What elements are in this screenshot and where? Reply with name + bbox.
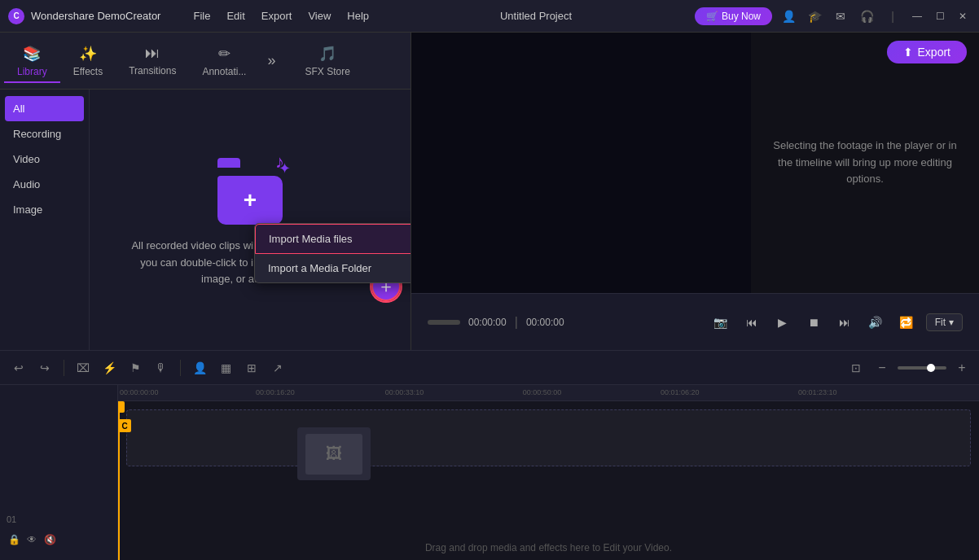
mail-icon[interactable]: ✉ xyxy=(831,7,850,26)
mic-button[interactable]: 🎙 xyxy=(151,357,172,378)
sidebar-item-image[interactable]: Image xyxy=(0,197,89,222)
zoom-in-button[interactable]: + xyxy=(953,359,971,377)
timeline-section: ↩ ↪ ⌧ ⚡ ⚑ 🎙 👤 ▦ ⊞ ↗ ⊡ − + xyxy=(0,350,979,560)
track-lock-icon[interactable]: 🔒 xyxy=(7,532,21,547)
tab-transitions[interactable]: ⏭ Transitions xyxy=(116,40,189,81)
account-icon[interactable]: 👤 xyxy=(779,7,798,26)
preview-controls: 00:00:00 | 00:00:00 📷 ⏮ ▶ ⏹ ⏭ 🔊 🔁 Fit ▾ xyxy=(411,293,979,350)
menu-edit[interactable]: Edit xyxy=(218,7,252,25)
close-button[interactable]: ✕ xyxy=(955,8,971,24)
tab-effects[interactable]: ✨ Effects xyxy=(60,40,116,82)
menu-help[interactable]: Help xyxy=(339,7,377,25)
tab-annotations[interactable]: ✏ Annotati... xyxy=(189,40,259,82)
panel-content: All Recording Video Audio Image ♪ ✦ All … xyxy=(0,90,410,350)
time-total: 00:00:00 xyxy=(526,317,564,328)
redo-button[interactable]: ↪ xyxy=(34,357,55,378)
import-files-item[interactable]: Import Media files xyxy=(255,224,410,254)
menu-view[interactable]: View xyxy=(300,7,339,25)
buy-now-button[interactable]: 🛒 Buy Now xyxy=(695,7,772,25)
sidebar-item-all[interactable]: All xyxy=(5,96,84,121)
c-marker: C xyxy=(118,419,131,432)
sidebar-item-recording[interactable]: Recording xyxy=(0,121,89,147)
loop-button[interactable]: 🔁 xyxy=(895,311,918,334)
preview-slider: 00:00:00 | 00:00:00 xyxy=(428,315,701,330)
right-info-text: Selecting the footage in the player or i… xyxy=(767,138,963,188)
export-button[interactable]: ⬆ Export xyxy=(887,41,967,63)
time-separator: | xyxy=(515,315,518,330)
tab-sfxstore[interactable]: 🎵 SFX Store xyxy=(292,40,362,82)
timeline-content: 01 🔒 👁 🔇 00:00:00:00 00:00:16:20 00:00:3… xyxy=(0,385,979,560)
left-panel: 📚 Library ✨ Effects ⏭ Transitions ✏ Anno… xyxy=(0,33,411,350)
screenshot-button[interactable]: 📷 xyxy=(709,311,732,334)
maximize-button[interactable]: ☐ xyxy=(932,8,948,24)
volume-button[interactable]: 🔊 xyxy=(864,311,887,334)
track-number: 01 xyxy=(0,511,117,527)
preview-area: Record ⬆ Export Selecting the footage in… xyxy=(411,33,979,350)
import-illustration: ♪ ✦ xyxy=(209,151,291,225)
preview-top: Selecting the footage in the player or i… xyxy=(411,33,979,293)
ruler-mark-4: 00:01:06:20 xyxy=(661,388,700,396)
timeline-ruler: 00:00:00:00 00:00:16:20 00:00:33:10 00:0… xyxy=(118,385,979,401)
sidebar-item-video[interactable]: Video xyxy=(0,147,89,172)
minimize-button[interactable]: — xyxy=(909,8,925,24)
sidebar-item-audio[interactable]: Audio xyxy=(0,172,89,197)
thumbnail-button[interactable]: ⊞ xyxy=(241,357,262,378)
split-button[interactable]: ⚡ xyxy=(99,357,120,378)
crop-button[interactable]: ⌧ xyxy=(72,357,94,378)
progress-track[interactable] xyxy=(428,320,460,325)
fit-button[interactable]: Fit ▾ xyxy=(926,313,963,331)
more-tabs-button[interactable]: » xyxy=(259,47,283,74)
menu-file[interactable]: File xyxy=(185,7,218,25)
support-icon[interactable]: 🎧 xyxy=(857,7,876,26)
media-clip[interactable]: 🖼 xyxy=(297,427,371,480)
stop-button[interactable]: ⏹ xyxy=(802,311,825,334)
folder-shape xyxy=(217,176,283,225)
media-track[interactable] xyxy=(126,409,971,466)
add-button-container: ＋ Import Media files Import a Media Fold… xyxy=(371,272,401,301)
separator-icon: | xyxy=(883,7,902,26)
transitions-icon: ⏭ xyxy=(145,45,160,62)
timeline-track-labels: 01 🔒 👁 🔇 xyxy=(0,385,118,560)
zoom-slider[interactable] xyxy=(898,366,946,370)
clip-image-icon: 🖼 xyxy=(326,444,342,463)
right-info-panel: Selecting the footage in the player or i… xyxy=(751,33,979,293)
ruler-mark-2: 00:00:33:10 xyxy=(385,388,424,396)
playhead-marker xyxy=(118,401,125,413)
app-name: Wondershare DemoCreator xyxy=(31,10,160,22)
next-frame-button[interactable]: ⏭ xyxy=(833,311,856,334)
sfxstore-icon: 🎵 xyxy=(318,45,336,63)
clip-thumbnail: 🖼 xyxy=(305,434,362,475)
media-area: ♪ ✦ All recorded video clips will be dis… xyxy=(90,90,410,350)
zoom-out-button[interactable]: − xyxy=(873,359,891,377)
play-button[interactable]: ▶ xyxy=(771,311,794,334)
top-section: 📚 Library ✨ Effects ⏭ Transitions ✏ Anno… xyxy=(0,33,979,350)
folder-tab xyxy=(217,158,240,168)
toolbar-divider-1 xyxy=(64,360,64,376)
prev-frame-button[interactable]: ⏮ xyxy=(740,311,763,334)
track-visible-icon[interactable]: 👁 xyxy=(24,532,39,547)
export-icon: ⬆ xyxy=(903,46,913,59)
tab-bar: 📚 Library ✨ Effects ⏭ Transitions ✏ Anno… xyxy=(0,33,410,90)
tab-library[interactable]: 📚 Library xyxy=(4,40,60,82)
video-preview xyxy=(411,33,751,293)
import-folder-item[interactable]: Import a Media Folder xyxy=(255,254,410,282)
mark-button[interactable]: ⚑ xyxy=(125,357,146,378)
ruler-mark-0: 00:00:00:00 xyxy=(120,388,159,396)
ruler-mark-5: 00:01:23:10 xyxy=(798,388,837,396)
person-button[interactable]: 👤 xyxy=(189,357,210,378)
zoom-thumb xyxy=(927,364,935,372)
track-mute-icon[interactable]: 🔇 xyxy=(42,532,57,547)
toolbar-divider-2 xyxy=(180,360,181,376)
fit-timeline-button[interactable]: ⊡ xyxy=(845,357,867,378)
menu-export[interactable]: Export xyxy=(253,7,301,25)
timeline-toolbar: ↩ ↪ ⌧ ⚡ ⚑ 🎙 👤 ▦ ⊞ ↗ ⊡ − + xyxy=(0,351,979,385)
track-area: C 🖼 Drag and drop media and effects here… xyxy=(118,401,979,560)
drag-hint-text: Drag and drop media and effects here to … xyxy=(118,542,979,553)
library-icon: 📚 xyxy=(23,45,41,63)
chevron-down-icon: ▾ xyxy=(949,317,954,328)
filter-button[interactable]: ▦ xyxy=(215,357,236,378)
learn-icon[interactable]: 🎓 xyxy=(805,7,824,26)
effects-icon: ✨ xyxy=(79,45,97,63)
undo-button[interactable]: ↩ xyxy=(8,357,29,378)
motion-button[interactable]: ↗ xyxy=(267,357,288,378)
